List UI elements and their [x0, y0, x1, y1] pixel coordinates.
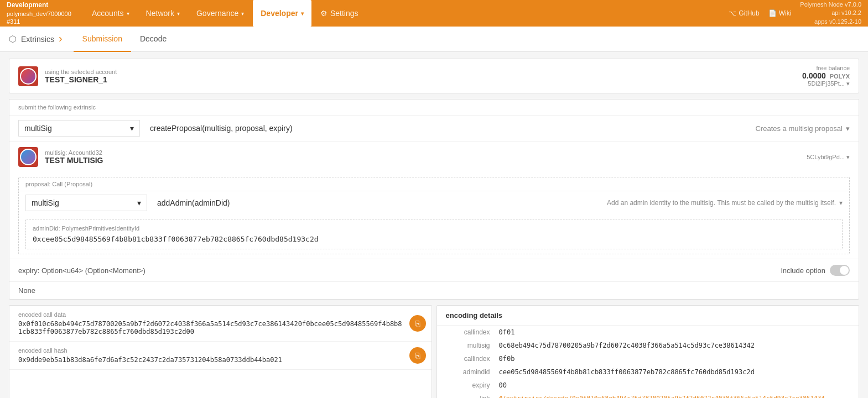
enc-val-4: 00 [499, 381, 850, 389]
network-chevron: ▾ [177, 11, 180, 17]
copy-call-hash-button[interactable]: ⎘ [409, 347, 426, 364]
account-label: using the selected account [45, 69, 802, 75]
include-option-toggle[interactable] [830, 265, 850, 276]
network-label: Network [146, 9, 174, 18]
encoding-details-header: encoding details [437, 306, 859, 326]
encoded-column: encoded call data 0x0f010c68eb494c75d787… [9, 305, 432, 398]
nav-settings[interactable]: ⚙ Settings [313, 0, 366, 27]
wiki-link[interactable]: 📄 Wiki [768, 9, 792, 17]
enc-key-5: link [446, 395, 490, 398]
developer-label: Developer [261, 9, 298, 18]
enc-val-3: cee05c5d98485569f4b8b81cb833ff0063877eb7… [499, 368, 850, 376]
proposal-selector-row: multiSig ▾ addAdmin(adminDid) Add an adm… [19, 191, 849, 214]
enc-val-0: 0f01 [499, 328, 850, 336]
enc-link-5[interactable]: #/extrinsics/decode/0x0f010c68eb494c75d7… [499, 395, 836, 398]
method-description: Creates a multisig proposal ▾ [755, 124, 850, 133]
include-option-control: include option [781, 265, 850, 276]
copy-call-data-button[interactable]: ⎘ [409, 315, 426, 332]
enc-row-1: multisig 0c68eb494c75d78700205a9b7f2d607… [437, 339, 859, 352]
copy-icon: ⎘ [415, 319, 420, 328]
account-name: TEST_SIGNER_1 [45, 75, 802, 84]
block-num: #311 [7, 18, 73, 25]
account-balance: free balance 0.0000 POLYX 5Di2iPj35Pt...… [802, 65, 850, 87]
proposal-description: Add an admin identity to the multisig. T… [607, 199, 843, 207]
accounts-label: Accounts [92, 9, 124, 18]
tab-decode[interactable]: Decode [131, 27, 175, 52]
enc-row-4: expiry 00 [437, 379, 859, 392]
secondary-navigation: ⬡ Extrinsics › Submission Decode [0, 27, 868, 52]
governance-chevron: ▾ [241, 11, 244, 17]
balance-value: 0.0000 POLYX [802, 71, 850, 80]
multisig-address: 5CLybi9gPd... ▾ [807, 154, 850, 161]
settings-gear-icon: ⚙ [320, 9, 328, 18]
enc-row-2: callindex 0f0b [437, 352, 859, 365]
proposal-module-dropdown[interactable]: multiSig ▾ [25, 195, 147, 211]
method-display: createProposal(multisig, proposal, expir… [144, 121, 751, 136]
multisig-address-value[interactable]: 5CLybi9gPd... ▾ [807, 154, 850, 161]
multisig-info: multisig: AccountId32 TEST MULTISIG [45, 149, 807, 165]
brand-logo: Development polymesh_dev/7000000 #311 [7, 1, 73, 25]
avatar [18, 66, 38, 86]
nav-developer[interactable]: Developer ▾ [253, 0, 311, 27]
api-version: api v10.2.2 [800, 9, 861, 17]
enc-key-4: expiry [446, 381, 490, 389]
proposal-method: addAdmin(adminDid) [152, 195, 602, 211]
encoding-column: encoding details callindex 0f01 multisig… [436, 305, 860, 398]
enc-key-0: callindex [446, 328, 490, 336]
github-icon: ⌥ [729, 9, 736, 17]
enc-row-5: link #/extrinsics/decode/0x0f010c68eb494… [437, 392, 859, 398]
wiki-icon: 📄 [768, 9, 777, 17]
enc-row-3: admindid cee05c5d98485569f4b8b81cb833ff0… [437, 365, 859, 379]
proposal-desc-chevron-icon: ▾ [839, 199, 843, 207]
nav-accounts[interactable]: Accounts ▾ [84, 0, 137, 27]
top-navigation: Development polymesh_dev/7000000 #311 Ac… [0, 0, 868, 27]
developer-chevron: ▾ [301, 11, 304, 17]
enc-val-1: 0c68eb494c75d78700205a9b7f2d6072c4038f36… [499, 342, 850, 349]
bottom-section: encoded call data 0x0f010c68eb494c75d787… [9, 305, 859, 398]
encoded-call-hash-section: encoded call hash 0x9dde9eb5a1b83d8a6fe7… [9, 342, 432, 370]
version-info: Polymesh Node v7.0.0 api v10.2.2 apps v0… [800, 1, 861, 26]
tab-submission[interactable]: Submission [74, 27, 131, 52]
none-value: None [9, 281, 859, 299]
description-chevron-icon: ▾ [846, 124, 850, 133]
extrinsics-icon: ⬡ [9, 34, 17, 44]
breadcrumb: ⬡ Extrinsics › [9, 33, 63, 45]
encoded-call-data-label: encoded call data [18, 311, 423, 318]
account-info: using the selected account TEST_SIGNER_1 [45, 69, 802, 84]
proposal-box: proposal: Call (Proposal) multiSig ▾ add… [18, 177, 850, 254]
apps-version: apps v0.125.2-10 [800, 18, 861, 26]
module-dropdown[interactable]: multiSig ▾ [18, 120, 140, 137]
nav-network[interactable]: Network ▾ [138, 0, 188, 27]
github-link[interactable]: ⌥ GitHub [729, 9, 759, 17]
nav-right: ⌥ GitHub 📄 Wiki [729, 9, 791, 17]
multisig-type-label: multisig: AccountId32 [45, 149, 807, 156]
nav-governance[interactable]: Governance ▾ [189, 0, 252, 27]
enc-key-2: callindex [446, 355, 490, 363]
enc-row-0: callindex 0f01 [437, 326, 859, 339]
multisig-name: TEST MULTISIG [45, 156, 807, 165]
nav-items: Accounts ▾ Network ▾ Governance ▾ Develo… [84, 0, 729, 27]
encoded-call-data-section: encoded call data 0x0f010c68eb494c75d787… [9, 306, 432, 342]
admin-did-label: adminDid: PolymeshPrimitivesIdentityId [33, 225, 835, 232]
proposal-chevron-icon: ▾ [137, 198, 141, 207]
extrinsic-header: submit the following extrinsic [9, 100, 859, 116]
node-version: Polymesh Node v7.0.0 [800, 1, 861, 9]
multisig-avatar [18, 147, 38, 167]
governance-label: Governance [196, 9, 238, 18]
breadcrumb-chevron-icon: › [59, 32, 63, 45]
proposal-header: proposal: Call (Proposal) [19, 177, 849, 191]
extrinsic-selector-row: multiSig ▾ createProposal(multisig, prop… [9, 116, 859, 141]
balance-address[interactable]: 5Di2iPj35Pt... ▾ [802, 80, 850, 87]
node-id: polymesh_dev/7000000 [7, 10, 73, 18]
multisig-row: multisig: AccountId32 TEST MULTISIG 5CLy… [9, 141, 859, 172]
enc-key-3: admindid [446, 368, 490, 376]
multisig-avatar-inner [20, 149, 37, 165]
expiry-row: expiry: Option<u64> (Option<Moment>) inc… [9, 259, 859, 281]
github-label: GitHub [739, 9, 759, 17]
enc-key-1: multisig [446, 342, 490, 349]
settings-label: Settings [330, 9, 358, 18]
admin-did-input[interactable] [33, 235, 835, 243]
encoded-call-hash-value: 0x9dde9eb5a1b83d8a6fe7d6af3c52c2437c2da7… [18, 356, 423, 364]
secondary-tabs: Submission Decode [74, 27, 176, 52]
wiki-label: Wiki [779, 9, 792, 17]
